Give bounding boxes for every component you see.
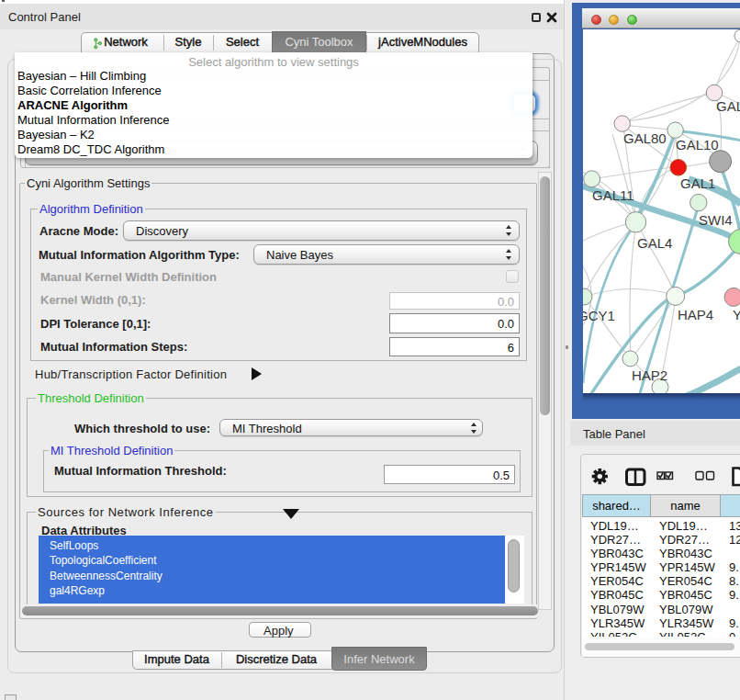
svg-text:GCY1: GCY1 xyxy=(583,308,615,323)
svg-text:GAL1: GAL1 xyxy=(680,175,715,191)
svg-text:HAP2: HAP2 xyxy=(632,367,667,383)
svg-text:SWI4: SWI4 xyxy=(699,212,733,228)
svg-text:GAL10: GAL10 xyxy=(676,137,719,152)
svg-text:GAL11: GAL11 xyxy=(592,187,634,203)
svg-text:GAL80: GAL80 xyxy=(623,130,667,146)
svg-text:GAL2: GAL2 xyxy=(716,98,740,114)
svg-text:HAP4: HAP4 xyxy=(678,307,713,322)
svg-text:Y: Y xyxy=(733,307,740,322)
svg-text:GAL4: GAL4 xyxy=(637,235,672,251)
